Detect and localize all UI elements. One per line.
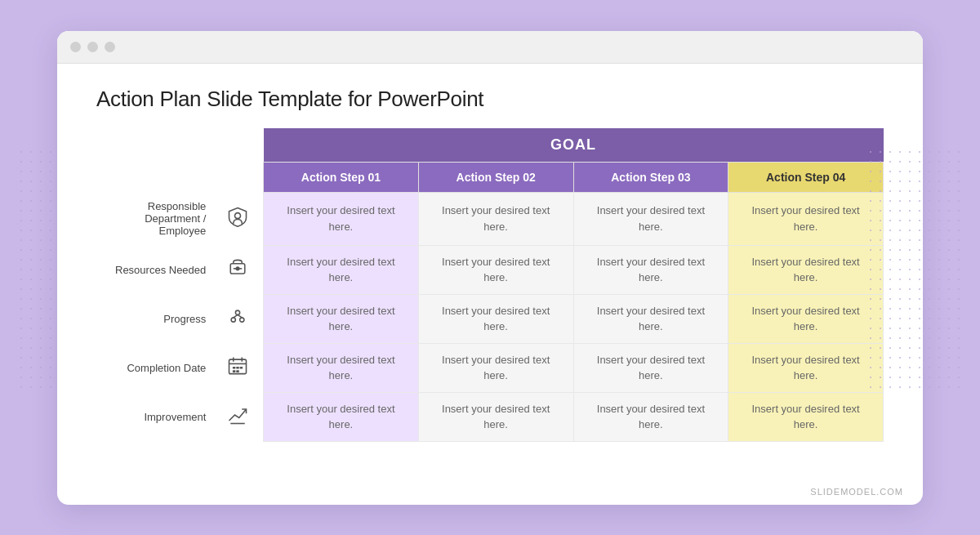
- row3-cell2: Insert your desired text here.: [418, 343, 573, 392]
- row1-cell2: Insert your desired text here.: [418, 245, 573, 294]
- row1-cell3: Insert your desired text here.: [573, 245, 728, 294]
- svg-rect-14: [236, 366, 239, 368]
- svg-line-8: [238, 314, 242, 318]
- watermark: SLIDEMODEL.COM: [810, 487, 903, 497]
- column-headers-row: Action Step 01 Action Step 02 Action Ste…: [96, 162, 884, 192]
- step1-header: Action Step 01: [264, 162, 419, 192]
- svg-rect-16: [233, 370, 236, 372]
- table-row: Progress Insert your desired text here. …: [96, 294, 884, 343]
- row-label-improvement: Improvement: [96, 392, 212, 441]
- row0-cell2: Insert your desired text here.: [418, 192, 573, 245]
- empty-icon-cell: [212, 162, 263, 192]
- row3-cell3: Insert your desired text here.: [573, 343, 728, 392]
- browser-dot-2: [87, 42, 98, 52]
- row0-cell3: Insert your desired text here.: [573, 192, 728, 245]
- browser-dot-1: [70, 42, 81, 52]
- svg-rect-17: [236, 370, 239, 372]
- svg-point-6: [240, 317, 244, 321]
- slide-title: Action Plan Slide Template for PowerPoin…: [96, 87, 884, 112]
- row4-cell1: Insert your desired text here.: [264, 392, 419, 441]
- step3-header: Action Step 03: [573, 162, 728, 192]
- table-row: Improvement Insert your desired text her…: [96, 392, 884, 441]
- svg-point-0: [235, 213, 241, 219]
- row2-cell1: Insert your desired text here.: [264, 294, 419, 343]
- svg-rect-13: [233, 366, 236, 368]
- calendar-icon: [212, 343, 263, 392]
- row3-cell1: Insert your desired text here.: [264, 343, 419, 392]
- slide-content: Action Plan Slide Template for PowerPoin…: [57, 64, 923, 461]
- row4-cell2: Insert your desired text here.: [418, 392, 573, 441]
- svg-rect-15: [240, 366, 243, 368]
- step2-header: Action Step 02: [418, 162, 573, 192]
- browser-bar: [57, 31, 923, 64]
- shield-employee-icon: [212, 192, 263, 245]
- table-row: Responsible Department / Employee Insert…: [96, 192, 884, 245]
- row1-cell1: Insert your desired text here.: [264, 245, 419, 294]
- table-row: Completion Date: [96, 343, 884, 392]
- svg-point-3: [236, 267, 239, 270]
- row2-cell2: Insert your desired text here.: [418, 294, 573, 343]
- empty-label-cell: [96, 162, 212, 192]
- browser-window: Action Plan Slide Template for PowerPoin…: [57, 31, 923, 505]
- resources-icon: [212, 245, 263, 294]
- row-label-completion: Completion Date: [96, 343, 212, 392]
- table-row: Resources Needed Insert your desired tex…: [96, 245, 884, 294]
- row2-cell4: Insert your desired text here.: [728, 294, 884, 343]
- improvement-icon: [212, 392, 263, 441]
- goal-cell: GOAL: [264, 128, 884, 163]
- progress-icon: [212, 294, 263, 343]
- row3-cell4: Insert your desired text here.: [728, 343, 884, 392]
- row-label-progress: Progress: [96, 294, 212, 343]
- svg-point-5: [231, 317, 235, 321]
- row0-cell1: Insert your desired text here.: [264, 192, 419, 245]
- browser-dot-3: [105, 42, 115, 52]
- row4-cell3: Insert your desired text here.: [573, 392, 728, 441]
- svg-point-4: [236, 310, 240, 314]
- row1-cell4: Insert your desired text here.: [728, 245, 884, 294]
- row4-cell4: Insert your desired text here.: [728, 392, 884, 441]
- row2-cell3: Insert your desired text here.: [573, 294, 728, 343]
- action-table: GOAL Action Step 01 Action Step 02 Actio…: [96, 128, 884, 442]
- row-label-resources: Resources Needed: [96, 245, 212, 294]
- step4-header: Action Step 04: [728, 162, 884, 192]
- row-label-responsible: Responsible Department / Employee: [96, 192, 212, 245]
- row0-cell4: Insert your desired text here.: [728, 192, 884, 245]
- svg-line-7: [234, 314, 238, 318]
- goal-header-row: GOAL: [96, 128, 884, 163]
